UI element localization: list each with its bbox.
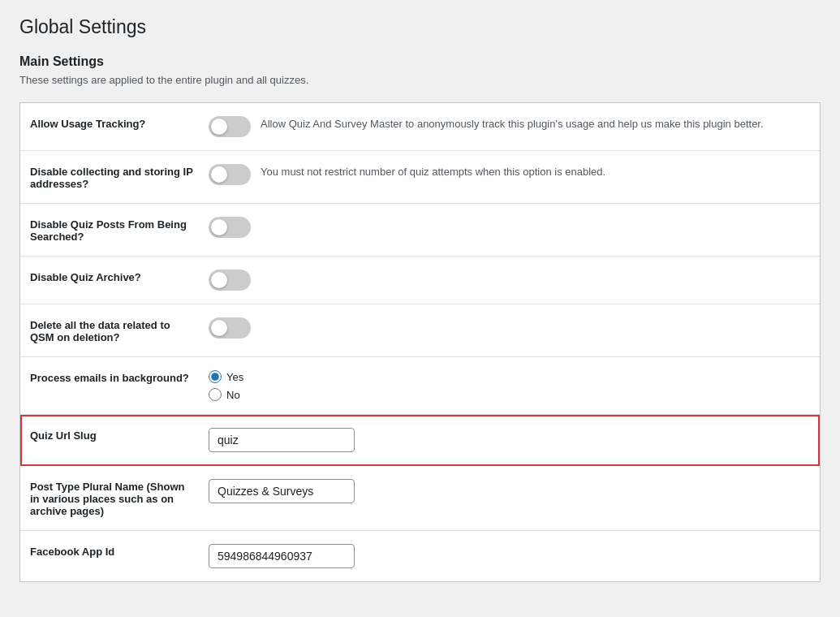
radio-no-input[interactable] bbox=[209, 388, 222, 401]
label-quiz-url-slug: Quiz Url Slug bbox=[30, 428, 209, 442]
desc-disable-ip: You must not restrict number of quiz att… bbox=[261, 164, 810, 178]
radio-yes-text: Yes bbox=[226, 371, 243, 383]
toggle-thumb bbox=[211, 219, 227, 235]
control-disable-searched bbox=[209, 217, 810, 238]
radio-yes-input[interactable] bbox=[209, 370, 222, 383]
radio-group-process-emails: Yes No bbox=[209, 370, 243, 401]
radio-yes-label[interactable]: Yes bbox=[209, 370, 243, 383]
settings-wrapper: Allow Usage Tracking? Allow Quiz And Sur… bbox=[19, 102, 821, 582]
toggle-delete-data[interactable] bbox=[209, 317, 251, 339]
control-delete-data bbox=[209, 317, 810, 339]
control-facebook-app-id bbox=[209, 544, 810, 568]
toggle-thumb bbox=[211, 272, 227, 288]
toggle-disable-searched[interactable] bbox=[209, 217, 251, 238]
settings-row-disable-ip: Disable collecting and storing IP addres… bbox=[20, 151, 820, 204]
settings-row-quiz-url-slug: Quiz Url Slug bbox=[20, 415, 820, 466]
radio-no-label[interactable]: No bbox=[209, 388, 243, 401]
control-disable-archive bbox=[209, 270, 810, 291]
settings-row-facebook-app-id: Facebook App Id bbox=[20, 531, 820, 581]
toggle-thumb bbox=[211, 166, 227, 183]
control-quiz-url-slug bbox=[209, 428, 810, 452]
input-facebook-app-id[interactable] bbox=[209, 544, 355, 568]
input-post-type-plural[interactable] bbox=[209, 479, 355, 503]
control-disable-ip: You must not restrict number of quiz att… bbox=[209, 164, 810, 185]
label-allow-usage-tracking: Allow Usage Tracking? bbox=[30, 116, 209, 130]
settings-row-delete-data: Delete all the data related to QSM on de… bbox=[20, 304, 820, 357]
toggle-disable-archive[interactable] bbox=[209, 270, 251, 291]
settings-row-process-emails: Process emails in background? Yes No bbox=[20, 357, 820, 415]
toggle-thumb bbox=[211, 320, 227, 336]
input-quiz-url-slug[interactable] bbox=[209, 428, 355, 452]
label-post-type-plural: Post Type Plural Name (Shown in various … bbox=[30, 479, 209, 517]
toggle-disable-ip[interactable] bbox=[209, 164, 251, 185]
label-disable-searched: Disable Quiz Posts From Being Searched? bbox=[30, 217, 209, 243]
settings-row-post-type-plural: Post Type Plural Name (Shown in various … bbox=[20, 466, 820, 531]
desc-allow-usage-tracking: Allow Quiz And Survey Master to anonymou… bbox=[261, 116, 810, 130]
settings-row-disable-archive: Disable Quiz Archive? bbox=[20, 257, 820, 304]
control-post-type-plural bbox=[209, 479, 810, 503]
radio-no-text: No bbox=[226, 389, 240, 401]
toggle-thumb bbox=[211, 119, 227, 135]
label-process-emails: Process emails in background? bbox=[30, 370, 209, 384]
page-container: Global Settings Main Settings These sett… bbox=[0, 0, 840, 598]
settings-row-disable-searched: Disable Quiz Posts From Being Searched? bbox=[20, 204, 820, 257]
control-allow-usage-tracking: Allow Quiz And Survey Master to anonymou… bbox=[209, 116, 810, 137]
label-disable-archive: Disable Quiz Archive? bbox=[30, 270, 209, 283]
label-delete-data: Delete all the data related to QSM on de… bbox=[30, 317, 209, 343]
label-disable-ip: Disable collecting and storing IP addres… bbox=[30, 164, 209, 190]
control-process-emails: Yes No bbox=[209, 370, 810, 401]
toggle-allow-usage-tracking[interactable] bbox=[209, 116, 251, 137]
settings-row-allow-usage-tracking: Allow Usage Tracking? Allow Quiz And Sur… bbox=[20, 103, 820, 151]
label-facebook-app-id: Facebook App Id bbox=[30, 544, 209, 558]
section-title: Main Settings bbox=[19, 54, 821, 69]
section-description: These settings are applied to the entire… bbox=[19, 74, 821, 86]
page-title: Global Settings bbox=[19, 16, 821, 38]
